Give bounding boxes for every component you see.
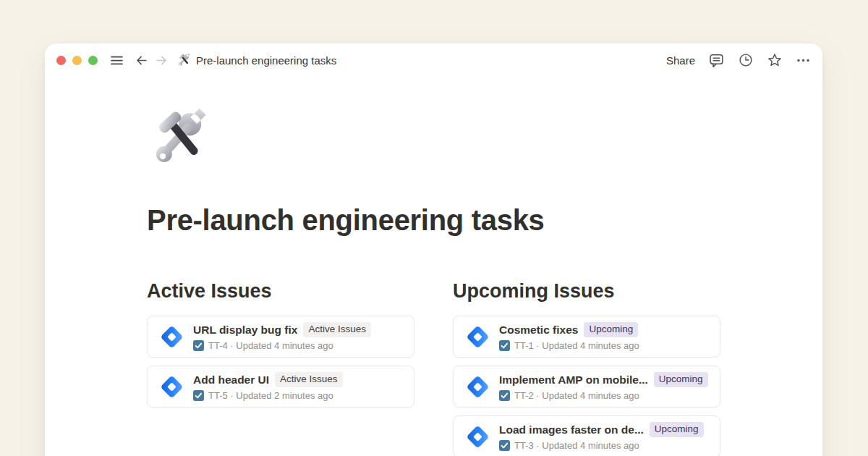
hamburger-menu-icon[interactable] [109, 53, 124, 68]
window-controls [56, 56, 98, 65]
jira-diamond-icon [464, 324, 491, 350]
card-title: Implement AMP on mobile... [499, 373, 648, 387]
status-tag: Upcoming [650, 422, 704, 438]
checked-checkbox-icon [499, 340, 510, 351]
issue-card[interactable]: Cosmetic fixes Upcoming TT-1 · Updated 4… [453, 316, 720, 358]
hammer-and-wrench-icon [176, 53, 191, 67]
checked-checkbox-icon [499, 440, 510, 451]
app-window: Pre-launch engineering tasks Share [45, 43, 822, 456]
card-meta: TT-3 · Updated 4 minutes ago [514, 440, 639, 451]
columns: Active Issues URL display bug fix Active… [147, 279, 822, 456]
issue-card[interactable]: Implement AMP on mobile... Upcoming TT-2… [453, 366, 720, 408]
minimize-window-button[interactable] [72, 56, 82, 65]
breadcrumb-page-title[interactable]: Pre-launch engineering tasks [196, 54, 336, 67]
card-title: Add header UI [193, 373, 269, 387]
back-icon[interactable] [135, 54, 148, 67]
titlebar-actions: Share [666, 52, 811, 69]
section-heading-active-issues[interactable]: Active Issues [147, 279, 414, 303]
page-icon-hammer-and-wrench[interactable] [147, 106, 210, 170]
canvas-background: Pre-launch engineering tasks Share [0, 0, 868, 456]
maximize-window-button[interactable] [88, 56, 98, 65]
checked-checkbox-icon [193, 340, 204, 351]
card-meta: TT-1 · Updated 4 minutes ago [514, 340, 639, 351]
jira-diamond-icon [158, 373, 185, 400]
status-tag: Active Issues [303, 322, 371, 338]
status-tag: Upcoming [584, 322, 638, 338]
history-clock-icon[interactable] [738, 52, 754, 68]
card-meta: TT-4 · Updated 4 minutes ago [208, 340, 333, 351]
jira-diamond-icon [464, 373, 491, 400]
status-tag: Active Issues [275, 372, 343, 388]
checked-checkbox-icon [499, 390, 510, 401]
status-tag: Upcoming [654, 372, 708, 388]
page-body: Pre-launch engineering tasks Active Issu… [45, 77, 822, 456]
card-title: URL display bug fix [193, 324, 297, 337]
issue-card[interactable]: Add header UI Active Issues TT-5 · Updat… [147, 366, 414, 408]
column-active-issues: Active Issues URL display bug fix Active… [147, 279, 414, 456]
issue-card[interactable]: URL display bug fix Active Issues TT-4 ·… [147, 316, 414, 358]
share-button[interactable]: Share [666, 54, 695, 67]
jira-diamond-icon [158, 324, 185, 350]
close-window-button[interactable] [56, 56, 66, 65]
checked-checkbox-icon [193, 390, 204, 401]
section-heading-upcoming-issues[interactable]: Upcoming Issues [453, 279, 720, 303]
forward-icon[interactable] [155, 54, 169, 67]
column-upcoming-issues: Upcoming Issues Cosmetic fixes Upcoming [453, 279, 720, 456]
more-icon[interactable] [796, 53, 811, 68]
card-meta: TT-2 · Updated 4 minutes ago [514, 390, 639, 401]
issue-card[interactable]: Load images faster on de... Upcoming TT-… [453, 415, 720, 456]
comment-icon[interactable] [708, 52, 725, 69]
card-title: Load images faster on de... [499, 423, 644, 436]
star-icon[interactable] [767, 52, 783, 68]
jira-diamond-icon [464, 423, 491, 450]
page-title[interactable]: Pre-launch engineering tasks [147, 203, 822, 237]
card-meta: TT-5 · Updated 2 minutes ago [208, 390, 333, 401]
card-title: Cosmetic fixes [499, 324, 578, 337]
titlebar: Pre-launch engineering tasks Share [45, 43, 822, 77]
